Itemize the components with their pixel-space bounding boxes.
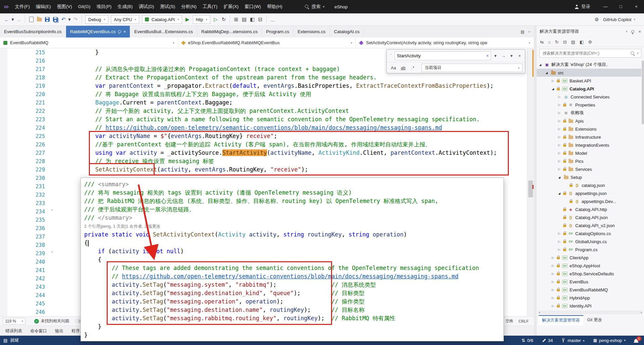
nav-forward-button[interactable]: → bbox=[15, 15, 23, 24]
find-scope-combo[interactable]: 当前项目 ▾ bbox=[422, 64, 523, 72]
expand-arrow-icon[interactable]: ▷ bbox=[557, 143, 561, 147]
tree-item-integrationevents[interactable]: ▷IntegrationEvents bbox=[537, 141, 641, 149]
tree-item-catalog-json[interactable]: {}catalog.json bbox=[537, 181, 641, 189]
nav-back-button[interactable]: ← bbox=[3, 15, 11, 24]
tree-item-appsettings-dev[interactable]: {}appsettings.Dev... bbox=[537, 197, 641, 205]
code-line[interactable]: var parentContext = _propagator.Extract(… bbox=[68, 82, 497, 90]
code-line[interactable]: // Extract the PropagationContext of the… bbox=[68, 73, 497, 82]
properties-list-icon[interactable]: ▤ bbox=[240, 15, 248, 24]
tree-item-eshop-apphost[interactable]: ▷C#eShop.AppHost bbox=[537, 262, 641, 270]
menu-调试-d[interactable]: 调试(D) bbox=[136, 0, 157, 13]
dependencies-icon[interactable]: ⊞ bbox=[232, 15, 240, 24]
start-debugging-button[interactable]: ▶ bbox=[183, 15, 192, 24]
new-file-button[interactable] bbox=[27, 15, 35, 24]
save-all-button[interactable] bbox=[51, 15, 59, 24]
expand-arrow-icon[interactable]: ▷ bbox=[557, 159, 561, 163]
launch-profile-combo[interactable]: http ▾ bbox=[193, 15, 210, 24]
tree-item-program-cs[interactable]: ▷C#Program.cs bbox=[537, 246, 641, 254]
collapse-arrow-icon[interactable]: ◢ bbox=[557, 192, 561, 195]
nav-back-dropdown[interactable]: ▾ bbox=[11, 15, 15, 24]
notifications-button[interactable]: 1 bbox=[634, 339, 638, 342]
global-search-box[interactable]: 搜索 ▾ bbox=[305, 4, 325, 10]
tree-item-catalog-api[interactable]: ◢C#Catalog.API bbox=[537, 85, 641, 93]
expand-arrow-icon[interactable]: ▷ bbox=[551, 280, 555, 283]
tree-item-connected-services[interactable]: ▷◎Connected Services bbox=[537, 93, 641, 101]
github-copilot-button[interactable]: ⊚ GitHub Copilot ▾ bbox=[593, 15, 635, 24]
open-file-button[interactable] bbox=[35, 15, 43, 24]
breadcrumb-segment[interactable]: EventBusRabbitMQ▾ bbox=[0, 38, 178, 48]
git-repo-button[interactable]: ▦ peng-eshop ▾ bbox=[593, 338, 626, 343]
tree-item-apis[interactable]: ▷Apis bbox=[537, 117, 641, 125]
expand-arrow-icon[interactable]: ▷ bbox=[557, 248, 561, 251]
hot-reload-button[interactable]: ↻ bbox=[220, 15, 228, 24]
tab-eventbussubscriptioninfo-cs[interactable]: EventBusSubscriptionInfo.cs bbox=[0, 26, 66, 38]
bottom-panel-tab-错误列表[interactable]: 错误列表 bbox=[2, 326, 25, 336]
tab-catalogai-cs[interactable]: CatalogAI.cs bbox=[330, 26, 364, 38]
tree-item-clientapp[interactable]: ▷C#ClientApp bbox=[537, 254, 641, 262]
tree-item-src[interactable]: ◢src bbox=[537, 69, 641, 77]
collapse-all-icon[interactable]: ⊟ bbox=[256, 15, 264, 24]
find-next-button[interactable]: → bbox=[500, 53, 507, 58]
tree-item-services[interactable]: ▷Services bbox=[537, 165, 641, 173]
menu-编辑-e[interactable]: 编辑(E) bbox=[33, 0, 54, 13]
redo-button[interactable]: ↷ bbox=[71, 15, 79, 24]
tree-item-basket-api[interactable]: ▷C#Basket.API bbox=[537, 77, 641, 85]
git-sync-status[interactable]: ⇅ 0/6 bbox=[522, 338, 533, 343]
collapse-arrow-icon[interactable]: ◢ bbox=[544, 71, 549, 74]
tool-window-tab-解决方案资源管理器[interactable]: 解决方案资源管理器 bbox=[539, 315, 583, 325]
refresh-icon[interactable]: ↻ bbox=[555, 40, 559, 45]
tool-window-tab-git-更改[interactable]: Git 更改 bbox=[584, 315, 605, 325]
tab-program-cs[interactable]: Program.cs bbox=[262, 26, 293, 38]
code-line[interactable]: SetActivityContext(activity, eventArgs.R… bbox=[68, 165, 497, 174]
regex-toggle[interactable]: .* bbox=[409, 64, 417, 72]
menu-帮助-h[interactable]: 帮助(H) bbox=[264, 0, 285, 13]
git-branch-button[interactable]: master ▴ bbox=[561, 338, 584, 343]
document-health-indicator[interactable]: ✓ 未找到相关问题 bbox=[34, 318, 69, 324]
code-line[interactable]: // 为 receive 操作设置 messaging 标签 bbox=[68, 157, 497, 165]
tree-vertical-scrollbar[interactable] bbox=[642, 61, 644, 124]
save-button[interactable] bbox=[43, 15, 51, 24]
comment-link[interactable]: https://github.com/open-telemetry/semant… bbox=[122, 273, 459, 280]
tree-item-identity-api[interactable]: ▷C#Identity.API bbox=[537, 302, 641, 310]
close-button[interactable]: × bbox=[629, 0, 644, 13]
chevron-down-icon[interactable]: ▾ bbox=[637, 52, 639, 55]
document-outline-icon[interactable]: ▤ bbox=[521, 29, 524, 34]
fold-indicator[interactable]: ˇ bbox=[45, 209, 59, 214]
background-tasks-icon[interactable]: ▤ bbox=[3, 338, 7, 343]
expand-arrow-icon[interactable]: ▷ bbox=[557, 240, 561, 243]
find-input[interactable]: StartActivity × bbox=[394, 51, 491, 60]
scroll-right-icon[interactable]: ▸ bbox=[641, 311, 642, 314]
expand-arrow-icon[interactable]: ▷ bbox=[551, 272, 555, 275]
menu-扩展-x[interactable]: 扩展(X) bbox=[220, 0, 241, 13]
collapse-arrow-icon[interactable]: ◢ bbox=[557, 176, 561, 179]
menu-项目-p[interactable]: 项目(P) bbox=[94, 0, 115, 13]
codelens-info[interactable]: 2 个引用|peng, 1 天前|1 名作者, 2 项更改 bbox=[84, 222, 503, 230]
tree-item-eventbus[interactable]: ▷C#EventBus bbox=[537, 278, 641, 286]
tab-rabbitmqdep-xtensions-cs[interactable]: RabbitMqDep...xtensions.cs bbox=[197, 26, 262, 38]
expand-arrow-icon[interactable]: ▷ bbox=[557, 232, 561, 235]
preview-icon[interactable]: ◧ bbox=[248, 15, 256, 24]
code-line[interactable]: // 开始一个新的 activity, 父上下文使用上面提取到的 parentC… bbox=[68, 107, 497, 115]
tree-item-catalog-api-v2-json[interactable]: {}Catalog.API_v2.json bbox=[537, 221, 641, 229]
breadcrumb-segment[interactable]: SetActivityContext(Activity activity, st… bbox=[356, 38, 534, 48]
code-line[interactable]: Baggage.Current = parentContext.Baggage; bbox=[68, 98, 497, 107]
fold-indicator[interactable]: ˇ bbox=[45, 251, 59, 256]
line-ending-indicator[interactable]: CRLF bbox=[519, 319, 529, 323]
tree-item-setup[interactable]: ◢Setup bbox=[537, 173, 641, 181]
expand-find-icon[interactable]: ˇ bbox=[388, 54, 394, 58]
undo-dropdown[interactable]: ▾ bbox=[67, 15, 71, 24]
tree-item-catalogoptions-cs[interactable]: ▷C#CatalogOptions.cs bbox=[537, 229, 641, 237]
code-line[interactable]: //基于 parentContext 创建一个新的追踪 Activity (客户… bbox=[68, 140, 497, 149]
code-line[interactable]: // https://github.com/open-telemetry/sem… bbox=[68, 124, 497, 132]
pin-icon[interactable] bbox=[631, 30, 634, 33]
close-icon[interactable]: × bbox=[123, 29, 126, 34]
code-line[interactable]: using var activity = _activitySource.Sta… bbox=[68, 149, 497, 157]
tab-overflow-icon[interactable]: ▾ bbox=[528, 30, 530, 33]
expand-arrow-icon[interactable]: ▷ bbox=[557, 151, 561, 155]
solution-search-box[interactable]: ▾ bbox=[539, 49, 641, 58]
expand-arrow-icon[interactable]: ▷ bbox=[551, 304, 555, 307]
whitespace-indicator[interactable]: 空格 bbox=[505, 319, 513, 324]
expand-arrow-icon[interactable]: ▷ bbox=[551, 79, 555, 82]
tree-item-globalusings-cs[interactable]: ▷C#GlobalUsings.cs bbox=[537, 237, 641, 246]
start-without-debugging-button[interactable]: ▷ bbox=[212, 15, 220, 24]
